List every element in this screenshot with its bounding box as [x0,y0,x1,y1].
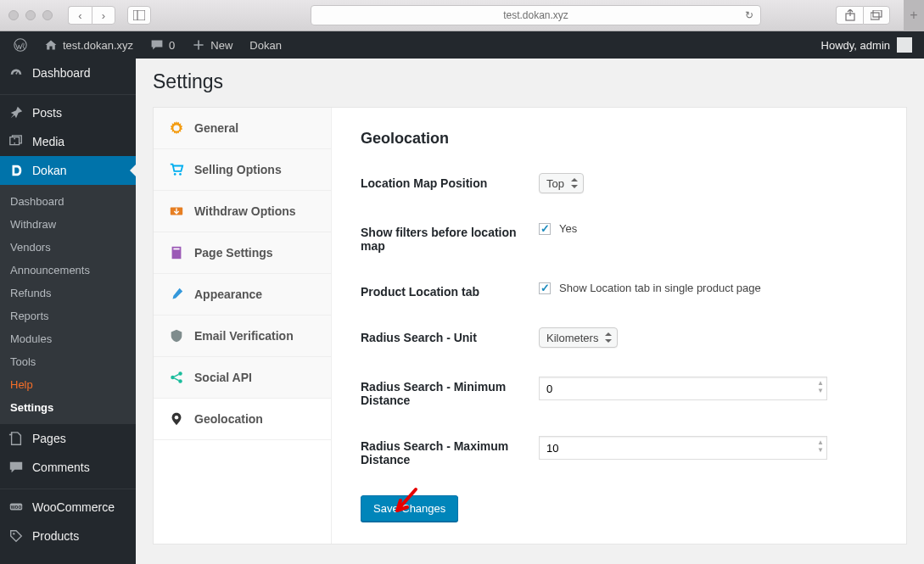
menu-label: Posts [32,106,62,120]
settings-panel: General Selling Options Withdraw Options… [153,107,907,544]
zoom-window-button[interactable] [42,10,53,20]
submenu-refunds[interactable]: Refunds [0,282,136,304]
avatar [897,37,912,53]
select-radius-unit[interactable]: Kilometers [539,327,618,348]
submenu-vendors[interactable]: Vendors [0,236,136,259]
close-window-button[interactable] [8,10,19,20]
settings-body: Geolocation Location Map Position Top Sh… [332,108,906,544]
submenu-help[interactable]: Help [0,373,136,396]
tab-label: Withdraw Options [194,204,296,218]
submenu-settings[interactable]: Settings [0,396,136,419]
share-button[interactable] [836,6,863,25]
menu-woocommerce[interactable]: woo WooCommerce [0,493,136,522]
checkbox-product-tab[interactable]: ✓ [539,282,551,294]
settings-tabs: General Selling Options Withdraw Options… [154,108,332,544]
menu-label: WooCommerce [32,500,115,514]
menu-pages[interactable]: Pages [0,424,136,453]
new-content-button[interactable]: New [185,31,239,59]
label-radius-min: Radius Search - Minimum Distance [361,377,539,407]
tab-withdraw[interactable]: Withdraw Options [154,191,331,232]
reload-icon[interactable]: ↻ [745,9,753,21]
show-sidebar-button[interactable] [127,6,151,25]
option-label: Yes [559,222,577,235]
forward-button[interactable]: › [92,6,115,25]
select-value: Kilometers [546,332,598,344]
window-controls [8,10,53,20]
tab-social-api[interactable]: Social API [154,357,331,399]
wp-logo-button[interactable] [7,31,34,59]
row-radius-unit: Radius Search - Unit Kilometers [361,327,877,348]
label-show-filters: Show filters before location map [361,222,539,253]
checkbox-show-filters[interactable]: ✓ [539,223,551,235]
row-radius-max: Radius Search - Maximum Distance ▲▼ [361,436,877,466]
svg-rect-0 [133,10,145,20]
submenu-reports[interactable]: Reports [0,304,136,327]
address-bar[interactable]: test.dokan.xyz ↻ [311,5,761,25]
menu-dokan[interactable]: Dokan [0,156,136,185]
wp-admin-bar: test.dokan.xyz 0 New Dokan Howdy, admin [0,31,924,59]
comments-count: 0 [169,39,175,52]
svg-rect-15 [173,248,179,250]
tab-label: Appearance [194,288,262,301]
label-radius-max: Radius Search - Maximum Distance [361,436,539,466]
dokan-submenu: Dashboard Withdraw Vendors Announcements… [0,185,136,424]
label-radius-unit: Radius Search - Unit [361,327,539,344]
site-home-button[interactable]: test.dokan.xyz [37,31,140,59]
comments-icon [8,460,24,475]
label-product-tab: Product Location tab [361,282,539,299]
stepper-icon[interactable]: ▲▼ [817,438,824,454]
tab-label: Geolocation [194,412,263,426]
input-radius-min[interactable] [539,377,827,400]
svg-point-11 [174,173,176,176]
media-icon [8,134,24,149]
new-label: New [210,39,232,52]
svg-rect-4 [873,10,882,17]
new-tab-button[interactable]: + [904,0,924,31]
page-icon [169,245,184,260]
tab-label: Email Verification [194,329,294,343]
input-radius-max[interactable] [539,436,827,460]
menu-dashboard[interactable]: Dashboard [0,59,136,87]
submenu-tools[interactable]: Tools [0,350,136,373]
menu-media[interactable]: Media [0,127,136,156]
tab-selling[interactable]: Selling Options [154,149,331,191]
tab-general[interactable]: General [154,108,331,149]
browser-chrome: ‹ › test.dokan.xyz ↻ + [0,0,924,31]
option-label: Show Location tab in single product page [559,282,761,294]
user-menu[interactable]: Howdy, admin [821,37,917,53]
submenu-dashboard[interactable]: Dashboard [0,190,136,213]
menu-comments[interactable]: Comments [0,453,136,482]
svg-point-10 [13,533,14,534]
menu-posts[interactable]: Posts [0,98,136,127]
tabs-button[interactable] [863,6,890,25]
dokan-menu-button[interactable]: Dokan [243,31,288,59]
submenu-modules[interactable]: Modules [0,327,136,350]
tab-geolocation[interactable]: Geolocation [154,399,331,440]
gear-icon [169,120,184,136]
minimize-window-button[interactable] [25,10,36,20]
page-title: Settings [153,70,907,93]
tab-page-settings[interactable]: Page Settings [154,232,331,274]
select-value: Top [546,177,564,190]
submenu-announcements[interactable]: Announcements [0,259,136,282]
comments-button[interactable]: 0 [143,31,182,59]
tab-label: Social API [194,371,252,384]
submenu-withdraw[interactable]: Withdraw [0,213,136,236]
menu-products[interactable]: Products [0,522,136,550]
select-map-position[interactable]: Top [539,173,584,193]
brush-icon [169,287,184,302]
tab-email-verification[interactable]: Email Verification [154,316,331,357]
share-icon [169,370,184,385]
stepper-icon[interactable]: ▲▼ [817,379,824,394]
back-button[interactable]: ‹ [68,6,92,25]
pages-icon [8,431,24,446]
wp-admin-sidebar: Dashboard Posts Media Dokan Dashboard Wi… [0,59,136,564]
section-title: Geolocation [361,130,877,148]
howdy-text: Howdy, admin [821,39,890,52]
tab-appearance[interactable]: Appearance [154,274,331,316]
url-text: test.dokan.xyz [503,9,568,21]
svg-point-17 [178,371,182,376]
products-icon [8,528,24,544]
save-button[interactable]: Save Changes [361,495,458,522]
svg-text:woo: woo [10,504,22,510]
